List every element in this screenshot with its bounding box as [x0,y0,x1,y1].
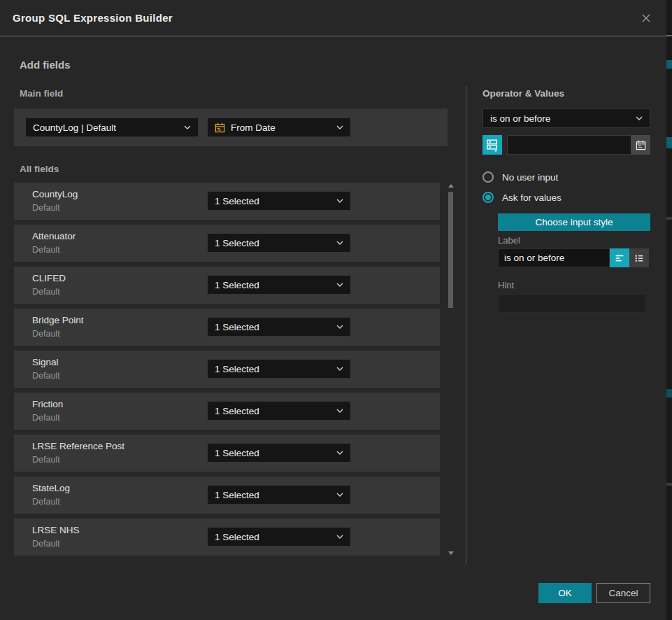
field-row: Bridge Point Default 1 Selected [14,309,440,346]
label-field-label: Label [498,235,520,246]
close-icon [641,13,652,24]
main-layer-dropdown-value: CountyLog | Default [33,122,116,133]
chevron-down-icon [336,199,343,203]
calendar-icon [215,122,225,133]
field-subtitle: Default [32,287,60,297]
panel-divider [466,86,466,565]
scrollbar-thumb[interactable] [448,192,453,308]
label-input[interactable] [498,248,610,267]
value-calendar-button[interactable] [631,135,650,155]
field-row: Attenuator Default 1 Selected [14,225,440,262]
chevron-down-icon [336,283,343,287]
single-line-style-button[interactable] [610,248,629,267]
field-selection-value: 1 Selected [215,238,259,248]
chevron-down-icon [336,493,343,497]
all-fields-heading: All fields [20,164,59,174]
radio-ask-for-values-label: Ask for values [502,192,562,203]
field-name: LRSE Reference Post [32,441,124,451]
stacked-values-icon [485,138,499,152]
field-name: LRSE NHS [32,525,80,535]
field-selection-dropdown[interactable]: 1 Selected [207,233,351,253]
operator-dropdown[interactable]: is on or before [482,108,650,128]
field-selection-dropdown[interactable]: 1 Selected [207,527,351,547]
list-style-button[interactable] [629,248,649,267]
field-row: CountyLog Default 1 Selected [14,183,440,220]
field-selection-dropdown[interactable]: 1 Selected [207,191,351,211]
chevron-down-icon [336,125,343,129]
operator-dropdown-value: is on or before [490,113,550,124]
chevron-down-icon [636,116,643,120]
field-subtitle: Default [32,497,60,507]
field-row: StateLog Default 1 Selected [14,477,440,514]
field-subtitle: Default [32,371,60,381]
field-selection-dropdown[interactable]: 1 Selected [207,317,351,337]
ok-button[interactable]: OK [538,583,592,603]
main-field-panel: CountyLog | Default From Date [14,108,448,146]
field-row: LRSE NHS Default 1 Selected [14,519,440,556]
chevron-down-icon [336,451,343,455]
chevron-down-icon [336,367,343,371]
field-selection-dropdown[interactable]: 1 Selected [207,485,351,505]
label-input-row [498,248,649,267]
chevron-down-icon [336,241,343,245]
field-row: LRSE Reference Post Default 1 Selected [14,435,440,472]
chevron-down-icon [336,325,343,329]
chevron-down-icon [336,535,343,539]
field-selection-dropdown[interactable]: 1 Selected [207,359,351,379]
field-selection-dropdown[interactable]: 1 Selected [207,275,351,295]
add-fields-heading: Add fields [20,59,71,71]
field-subtitle: Default [32,455,60,465]
field-selection-value: 1 Selected [215,196,259,206]
hint-input[interactable] [498,294,646,313]
operator-values-heading: Operator & Values [482,88,564,99]
field-selection-value: 1 Selected [215,490,259,500]
cancel-button[interactable]: Cancel [596,583,650,603]
field-selection-value: 1 Selected [215,364,259,374]
field-row: CLIFED Default 1 Selected [14,267,440,304]
field-selection-dropdown[interactable]: 1 Selected [207,443,351,463]
radio-no-user-input[interactable]: No user input [482,171,558,183]
align-left-icon [614,253,625,264]
choose-input-style-button[interactable]: Choose input style [498,213,650,231]
chevron-down-icon [184,125,191,129]
value-type-button[interactable] [482,135,502,155]
field-name: Signal [32,357,59,367]
main-field-heading: Main field [20,88,63,99]
field-name: Bridge Point [32,315,84,325]
all-fields-list: CountyLog Default 1 Selected Attenuator … [14,183,440,561]
hint-field-label: Hint [498,280,514,290]
dialog-header: Group SQL Expression Builder [0,0,666,36]
main-field-dropdown[interactable]: From Date [207,118,351,137]
field-name: CLIFED [32,273,66,283]
main-field-dropdown-value: From Date [231,122,276,133]
fields-list-scrollbar[interactable] [448,183,454,556]
field-name: Friction [32,399,63,409]
value-input[interactable] [507,135,650,155]
close-button[interactable] [638,10,654,26]
field-selection-value: 1 Selected [215,532,259,542]
field-selection-value: 1 Selected [215,280,259,290]
field-selection-value: 1 Selected [215,406,259,416]
group-sql-expression-builder-dialog: Group SQL Expression Builder Add fields … [0,0,666,620]
field-selection-value: 1 Selected [215,322,259,332]
field-name: StateLog [32,483,70,493]
field-subtitle: Default [32,203,60,213]
calendar-icon [636,140,646,150]
field-subtitle: Default [32,245,60,255]
radio-circle-icon [482,192,494,203]
bulleted-list-icon [634,253,645,264]
field-selection-dropdown[interactable]: 1 Selected [207,401,351,421]
radio-ask-for-values[interactable]: Ask for values [482,192,562,203]
field-row: Friction Default 1 Selected [14,393,440,430]
field-row: Signal Default 1 Selected [14,351,440,388]
scroll-up-arrow-icon[interactable] [448,184,454,188]
chevron-down-icon [336,409,343,413]
radio-no-user-input-label: No user input [502,172,558,183]
value-input-row [482,135,650,155]
scroll-down-arrow-icon[interactable] [448,551,454,555]
underlying-app-sliver [666,0,672,620]
radio-circle-icon [482,171,494,183]
field-subtitle: Default [32,413,60,423]
main-layer-dropdown[interactable]: CountyLog | Default [25,118,199,137]
field-name: CountyLog [32,189,78,199]
